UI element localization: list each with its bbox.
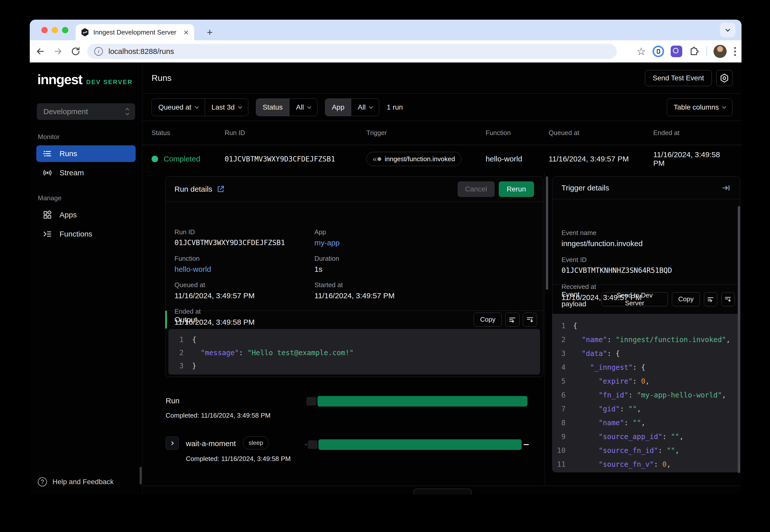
close-window-button[interactable]: [41, 27, 48, 33]
event-payload-header: Event payload Send to Dev Server Copy: [552, 284, 740, 314]
table-row[interactable]: Completed 01JCVBTMV3WXY9D3CFDEJFZSB1 « i…: [142, 145, 742, 173]
column-header-ended-at[interactable]: Ended at: [653, 129, 732, 137]
wrap-text-icon-button[interactable]: [505, 313, 519, 327]
status-filter-label: Status: [256, 99, 289, 116]
code-line: 8 "name": "",: [552, 416, 740, 430]
inngest-app: inngest DEV SERVER Development Monitor R…: [30, 62, 742, 494]
rerun-button[interactable]: Rerun: [499, 181, 534, 197]
timeline-run-label[interactable]: Run: [166, 396, 179, 405]
sidebar-item-functions[interactable]: Functions: [36, 226, 136, 242]
send-to-dev-server-button[interactable]: Send to Dev Server: [601, 292, 668, 306]
column-header-queued-at[interactable]: Queued at: [548, 129, 653, 137]
code-line: 4 "_inngest": {: [552, 360, 740, 374]
app-filter-dropdown[interactable]: All: [351, 99, 379, 116]
code-line: 1{: [552, 319, 740, 333]
field-label: App: [314, 228, 454, 236]
page-header: Runs Send Test Event: [142, 62, 742, 94]
browser-menu-icon[interactable]: [733, 46, 737, 57]
browser-tab[interactable]: Inngest Development Server ×: [76, 24, 194, 40]
sidebar-item-stream[interactable]: Stream: [36, 164, 136, 181]
sidebar-item-label: Runs: [59, 149, 77, 158]
settings-button[interactable]: [716, 70, 732, 86]
profile-avatar[interactable]: [714, 45, 727, 58]
minimize-window-button[interactable]: [52, 27, 58, 33]
sidebar-item-apps[interactable]: Apps: [36, 207, 136, 223]
table-columns-control: Table columns: [667, 98, 732, 116]
bookmark-star-icon[interactable]: ☆: [636, 45, 646, 58]
sort-field-dropdown[interactable]: Queued at: [152, 99, 205, 116]
toolbar-divider: [707, 46, 707, 56]
tab-search-chevron-button[interactable]: [720, 23, 735, 37]
app-filter-value: All: [358, 103, 366, 111]
pane-scrollbar[interactable]: [546, 176, 548, 290]
sleep-badge: sleep: [243, 436, 269, 449]
cutoff-button[interactable]: [413, 489, 471, 494]
collapse-panel-icon[interactable]: [722, 183, 731, 192]
output-copy-button[interactable]: Copy: [474, 313, 502, 327]
code-line: 11 "source_fn_v": 0,: [552, 457, 740, 471]
line-number: 5: [552, 377, 565, 385]
column-header-status[interactable]: Status: [151, 129, 225, 137]
sidebar-scrollbar[interactable]: [140, 467, 142, 484]
sidebar-item-label: Stream: [59, 169, 84, 177]
step-bar-tail: [524, 444, 529, 445]
page-scrollbar[interactable]: [738, 206, 740, 473]
zoom-window-button[interactable]: [62, 27, 68, 33]
tab-close-icon[interactable]: ×: [183, 28, 188, 37]
timeline-step-label[interactable]: wait-a-moment: [186, 439, 236, 448]
new-tab-button[interactable]: +: [204, 26, 216, 38]
cancel-button[interactable]: Cancel: [458, 181, 495, 197]
sidebar: inngest DEV SERVER Development Monitor R…: [30, 62, 142, 494]
send-test-event-button[interactable]: Send Test Event: [645, 70, 712, 86]
app-link[interactable]: my-app: [314, 239, 454, 247]
row-ended-at: 11/16/2024, 3:49:58 PM: [653, 150, 732, 168]
step-duration-bar[interactable]: [318, 439, 522, 450]
step-queue-segment: [308, 440, 317, 449]
table-columns-dropdown[interactable]: Table columns: [667, 99, 732, 116]
back-button[interactable]: [33, 44, 47, 58]
event-payload-code-block[interactable]: 1{2 "name": "inngest/function.invoked",3…: [552, 314, 740, 472]
extension-icon[interactable]: [671, 46, 682, 57]
column-header-function[interactable]: Function: [486, 129, 548, 137]
line-number: 3: [168, 362, 183, 370]
workspace-select[interactable]: Development: [37, 103, 135, 120]
expand-step-button[interactable]: [166, 437, 179, 450]
status-filter-dropdown[interactable]: All: [289, 99, 317, 116]
sidebar-item-runs[interactable]: Runs: [36, 145, 136, 162]
line-number: 2: [552, 336, 565, 344]
payload-scroll-to-bottom-icon-button[interactable]: [721, 292, 735, 306]
trigger-details-panel: Trigger details Event name inngest/funct…: [552, 176, 740, 472]
function-link[interactable]: hello-world: [174, 265, 314, 274]
help-and-feedback[interactable]: ? Help and Feedback: [38, 477, 114, 486]
column-header-run-id[interactable]: Run ID: [225, 129, 366, 137]
sidebar-item-label: Apps: [59, 211, 77, 219]
payload-copy-button[interactable]: Copy: [672, 292, 700, 306]
url-bar[interactable]: i localhost:8288/runs: [87, 44, 617, 59]
inngest-favicon-icon: [81, 28, 89, 37]
row-function: hello-world: [486, 155, 548, 163]
run-details-panel: Run details Cancel Rerun Run ID 01JCVBT: [165, 176, 543, 377]
tab-title: Inngest Development Server: [93, 28, 180, 36]
column-header-trigger[interactable]: Trigger: [366, 129, 486, 137]
forward-button[interactable]: [51, 44, 65, 58]
site-info-icon[interactable]: i: [94, 47, 103, 56]
reload-button[interactable]: [69, 44, 83, 58]
password-extension-icon[interactable]: [653, 46, 664, 57]
payload-wrap-text-icon-button[interactable]: [704, 292, 717, 306]
run-id-value: 01JCVBTMV3WXY9D3CFDEJFZSB1: [174, 239, 314, 247]
time-range-dropdown[interactable]: Last 3d: [205, 99, 248, 116]
run-duration-bar[interactable]: [317, 396, 527, 407]
output-accent-bar: [165, 311, 167, 328]
pane-divider: [544, 173, 545, 486]
scroll-to-bottom-icon-button[interactable]: [523, 313, 537, 327]
trigger-badge[interactable]: « inngest/function.invoked: [366, 152, 461, 166]
output-code-block[interactable]: 1{2 "message": "Hello test@example.com!"…: [168, 329, 540, 375]
filter-bar: Queued at Last 3d Status All App All: [142, 94, 742, 121]
dev-server-badge: DEV SERVER: [86, 79, 133, 86]
event-id-value: 01JCVBTMTKNHNHZ3SN64R51BQD: [561, 266, 731, 275]
extensions-puzzle-icon[interactable]: [689, 46, 700, 57]
code-line: 6 "fn_id": "my-app-hello-world",: [552, 388, 740, 402]
field-label: Event name: [561, 229, 731, 237]
field-label: Event ID: [561, 256, 731, 264]
open-run-external-icon[interactable]: [216, 185, 225, 193]
